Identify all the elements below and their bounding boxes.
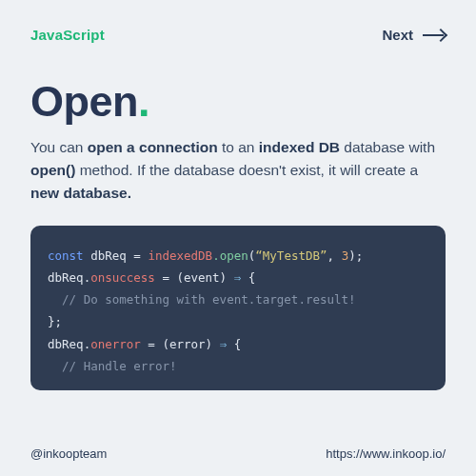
desc-text: You can — [30, 139, 88, 155]
code-object: indexedDB — [148, 248, 212, 263]
code-id: = (event) — [155, 270, 234, 285]
code-punct: ); — [348, 248, 363, 263]
footer-handle: @inkoopteam — [30, 446, 107, 461]
page-title: Open. — [30, 77, 446, 127]
next-label: Next — [382, 27, 413, 43]
code-punct: { — [241, 270, 255, 285]
code-id: dbReq. — [48, 337, 90, 351]
code-comment: // Do something with event.target.result… — [48, 292, 356, 307]
code-op: = — [133, 248, 148, 263]
code-prop: onerror — [90, 337, 141, 351]
desc-text: method. If the database doesn't exist, i… — [75, 162, 418, 178]
code-block: const dbReq = indexedDB.open(“MyTestDB”,… — [30, 226, 446, 390]
footer-url: https://www.inkoop.io/ — [326, 446, 446, 461]
next-button[interactable]: Next — [382, 27, 446, 43]
desc-bold: open() — [30, 162, 75, 178]
description: You can open a connection to an indexed … — [30, 136, 446, 205]
code-comment: // Handle error! — [48, 359, 176, 373]
desc-bold: new database. — [30, 185, 131, 201]
desc-bold: open a connection — [88, 139, 218, 155]
code-punct: { — [227, 337, 241, 351]
desc-text: to an — [218, 139, 259, 155]
code-call: .open — [212, 248, 248, 263]
code-string: “MyTestDB” — [255, 248, 327, 263]
code-id: dbReq — [84, 248, 134, 263]
code-punct: , — [327, 248, 342, 263]
desc-text: database with — [340, 139, 435, 155]
topbar: JavaScript Next — [30, 27, 446, 43]
code-id: = (error) — [141, 337, 220, 351]
code-id: dbReq. — [48, 270, 90, 285]
brand-label: JavaScript — [30, 27, 105, 43]
title-word: Open — [30, 77, 138, 126]
code-punct: }; — [48, 314, 62, 328]
desc-bold: indexed DB — [259, 139, 340, 155]
code-keyword: const — [48, 248, 84, 263]
footer: @inkoopteam https://www.inkoop.io/ — [30, 446, 446, 461]
arrow-right-icon — [423, 30, 446, 41]
code-prop: onsuccess — [90, 270, 155, 285]
title-dot: . — [138, 77, 149, 126]
